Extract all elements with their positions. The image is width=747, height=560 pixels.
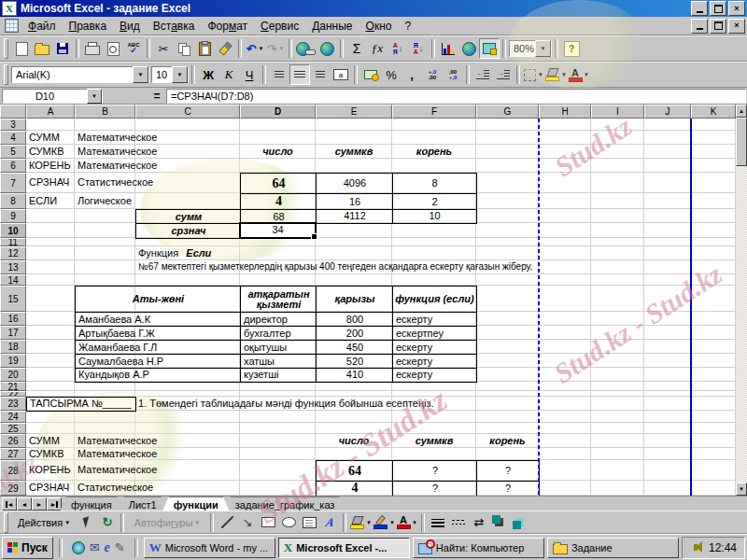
draw-fill-color-button[interactable]: ▼ — [349, 512, 373, 533]
start-button[interactable]: Пуск — [2, 537, 53, 559]
draw-actions-menu[interactable]: Действия ▼ — [11, 512, 77, 533]
scrollbar-thumb[interactable] — [736, 118, 747, 166]
doc-restore-button[interactable] — [710, 19, 726, 34]
oval-button[interactable] — [278, 512, 299, 533]
mail-icon[interactable]: ✉ — [90, 540, 100, 554]
print-button[interactable] — [82, 38, 103, 59]
threed-button[interactable] — [510, 512, 530, 533]
row-header-11[interactable]: 11 — [0, 238, 26, 246]
last-sheet-button[interactable]: ► — [47, 497, 62, 511]
redo-button[interactable]: ↷▼ — [265, 38, 286, 59]
cell-E8[interactable]: 16 — [316, 193, 393, 210]
row-header-14[interactable]: 14 — [0, 274, 26, 286]
drawing-toggle-button[interactable] — [479, 38, 500, 59]
workbook-icon[interactable] — [5, 19, 19, 33]
row-header-8[interactable]: 8 — [0, 193, 26, 209]
open-button[interactable] — [32, 38, 52, 59]
row-header-23[interactable]: 23 — [0, 397, 26, 411]
chart-wizard-button[interactable] — [438, 38, 458, 59]
column-header-E[interactable]: E — [316, 105, 392, 119]
cell-F5[interactable]: корень — [392, 145, 476, 159]
save-button[interactable] — [52, 38, 73, 59]
doc-close-button[interactable]: × — [728, 19, 745, 34]
cell-A27[interactable]: СУМКВ — [26, 448, 75, 460]
task-button-Microsoft Excel -...[interactable]: XMicrosoft Excel -... — [278, 538, 410, 558]
row-header-12[interactable]: 12 — [0, 246, 26, 260]
cell-B20[interactable]: Куандықов А.Р — [75, 368, 241, 383]
cell-D7[interactable]: 64 — [240, 173, 317, 194]
font-select[interactable]: Arial(K) ▼ — [11, 66, 149, 83]
percent-button[interactable]: % — [381, 64, 402, 85]
rectangle-button[interactable] — [258, 512, 278, 533]
undo-button[interactable]: ↶▼ — [245, 38, 265, 59]
font-color-button[interactable]: А▼ — [568, 64, 590, 85]
free-rotate-button[interactable]: ↻ — [97, 512, 118, 533]
sheet-tab-функция[interactable]: функция — [60, 497, 123, 511]
cell-D15[interactable]: атқаратын қызметі — [240, 286, 317, 313]
cell-D18[interactable]: оқытушы — [240, 340, 317, 355]
cell-F18[interactable]: ескерту — [392, 340, 477, 355]
menu-item-Вид[interactable]: Вид — [113, 18, 147, 35]
menu-item-?[interactable]: ? — [398, 18, 417, 35]
row-header-19[interactable]: 19 — [0, 354, 26, 368]
row-header-15[interactable]: 15 — [0, 286, 26, 312]
zoom-select[interactable]: 80% ▼ — [509, 40, 552, 57]
row-header-5[interactable]: 5 — [0, 145, 26, 159]
shadow-button[interactable] — [489, 512, 510, 533]
row-header-28[interactable]: 28 — [0, 460, 26, 481]
first-sheet-button[interactable]: ◄ — [2, 497, 17, 511]
cell-F7[interactable]: 8 — [392, 173, 477, 194]
cell-F20[interactable]: ескерту — [392, 368, 477, 383]
map-button[interactable] — [458, 38, 479, 59]
menu-item-Вставка[interactable]: Вставка — [147, 18, 202, 35]
cell-B5[interactable]: Математическое — [75, 145, 135, 159]
row-header-10[interactable]: 10 — [0, 223, 26, 238]
cell-F9[interactable]: 10 — [392, 209, 477, 224]
name-box[interactable]: D10 ▼ — [2, 89, 103, 104]
draw-font-color-button[interactable]: А▼ — [396, 512, 418, 533]
row-header-13[interactable]: 13 — [0, 260, 26, 274]
cell-E16[interactable]: 800 — [316, 312, 393, 327]
cell-D17[interactable]: бухгалтер — [240, 326, 317, 341]
cell-E9[interactable]: 4112 — [316, 209, 393, 224]
task-button-Задание[interactable]: Задание — [547, 538, 679, 558]
cell-D20[interactable]: кузетші — [240, 368, 317, 383]
cell-B4[interactable]: Математическое — [75, 131, 135, 145]
increase-decimal-button[interactable]: +,0,00 — [422, 64, 443, 85]
cell-A29[interactable]: СРЗНАЧ — [26, 481, 75, 496]
cell-B26[interactable]: Математическое — [75, 434, 135, 448]
sheet-tab-функции[interactable]: функции — [162, 497, 230, 511]
column-header-K[interactable]: K — [691, 105, 736, 119]
column-header-B[interactable]: B — [75, 105, 135, 119]
dash-style-button[interactable] — [448, 512, 469, 533]
currency-button[interactable] — [360, 64, 381, 85]
cell-D16[interactable]: директор — [240, 312, 317, 327]
line-style-button[interactable] — [428, 512, 448, 533]
column-header-J[interactable]: J — [644, 105, 691, 119]
help-button[interactable]: ? — [561, 38, 582, 59]
cell-F16[interactable]: ескерту — [392, 312, 477, 327]
cell-E19[interactable]: 520 — [316, 354, 393, 369]
row-header-24[interactable]: 24 — [0, 411, 26, 423]
cell-F15[interactable]: функция (если) — [392, 286, 477, 313]
cell-F17[interactable]: ескертпеу — [392, 326, 477, 341]
formula-input[interactable]: =СРЗНАЧ(D7:D8) — [166, 89, 746, 104]
fill-color-button[interactable]: ▼ — [544, 64, 568, 85]
cell-E17[interactable]: 200 — [316, 326, 393, 341]
cell-A5[interactable]: СУМКВ — [26, 145, 75, 159]
volume-icon[interactable] — [694, 544, 698, 551]
cell-D10[interactable]: 34 — [239, 222, 317, 239]
cell-A23[interactable]: ТАПСЫРМА №_____ — [26, 397, 136, 412]
column-header-D[interactable]: D — [240, 105, 316, 119]
cell-B29[interactable]: Статистическое — [75, 481, 135, 496]
row-header-27[interactable]: 27 — [0, 448, 26, 460]
merge-center-button[interactable]: а — [331, 64, 351, 85]
row-header-18[interactable]: 18 — [0, 340, 26, 354]
row-header-25[interactable]: 25 — [0, 423, 26, 434]
paste-button[interactable] — [194, 38, 215, 59]
menu-item-Файл[interactable]: Файл — [21, 18, 63, 35]
line-button[interactable] — [217, 512, 237, 533]
column-header-C[interactable]: C — [135, 105, 240, 119]
sort-ascending-button[interactable]: АЯ ↓ — [388, 38, 408, 59]
function-wizard-button[interactable]: ƒx — [367, 38, 388, 59]
